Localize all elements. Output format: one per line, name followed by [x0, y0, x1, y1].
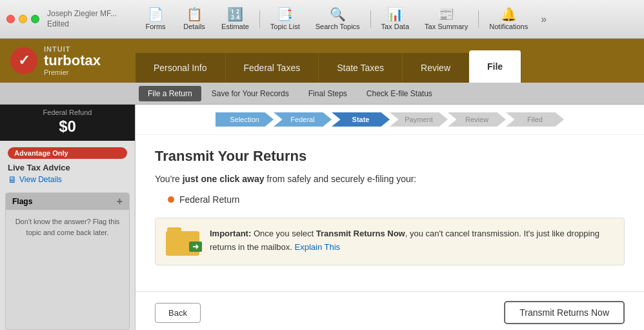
advantage-badge: Advantage Only	[8, 147, 127, 159]
topic-list-icon: 📑	[277, 8, 293, 21]
toolbar-tax-data[interactable]: 📊 Tax Data	[374, 5, 417, 33]
intro-highlight: just one click away	[183, 174, 265, 184]
flags-add-button[interactable]: +	[117, 196, 123, 207]
bottom-bar: Back Transmit Returns Now	[136, 291, 644, 330]
nav-tabs: Personal Info Federal Taxes State Taxes …	[136, 39, 644, 83]
subnav-file-a-return[interactable]: File a Return	[139, 86, 201, 101]
intro-text: You're just one click away from safely a…	[155, 174, 625, 184]
subnav-final-steps[interactable]: Final Steps	[299, 86, 356, 101]
close-button[interactable]	[6, 15, 15, 23]
step-selection: Selection	[216, 112, 274, 127]
notifications-icon: 🔔	[501, 8, 517, 21]
window-controls[interactable]	[6, 15, 39, 23]
refund-label: Federal Refund	[6, 108, 128, 116]
toolbar-search-topics[interactable]: 🔍 Search Topics	[308, 5, 368, 33]
subnav-check-efile[interactable]: Check E-file Status	[357, 86, 441, 101]
details-icon: 📋	[186, 8, 203, 21]
tab-file[interactable]: File	[469, 50, 521, 83]
content-area: Selection Federal State Payment Review F…	[136, 105, 644, 330]
refund-amount: $0	[6, 118, 128, 136]
brand-bar: intuit turbotax Premier Personal Info Fe…	[0, 39, 644, 83]
important-text: Important: Once you select Transmit Retu…	[210, 227, 614, 254]
toolbar-details[interactable]: 📋 Details	[175, 5, 214, 33]
important-box: ➜ Important: Once you select Transmit Re…	[155, 218, 625, 265]
transmit-button[interactable]: Transmit Returns Now	[504, 301, 625, 324]
step-review: Review	[448, 112, 506, 127]
brand-text: intuit turbotax Premier	[44, 45, 101, 76]
main-content: Transmit Your Returns You're just one cl…	[136, 135, 644, 291]
advice-title: Live Tax Advice	[8, 163, 127, 172]
back-button[interactable]: Back	[155, 303, 201, 323]
toolbar-separator-1	[259, 10, 260, 28]
toolbar-forms[interactable]: 📄 Forms	[136, 5, 175, 33]
list-item: Federal Return	[168, 194, 625, 205]
maximize-button[interactable]	[31, 15, 39, 23]
return-list: Federal Return	[168, 194, 625, 205]
progress-area: Selection Federal State Payment Review F…	[136, 105, 644, 135]
search-topics-icon: 🔍	[330, 8, 346, 21]
brand-logo: intuit turbotax Premier	[0, 39, 136, 83]
transmit-highlight: Transmit Returns Now	[316, 229, 405, 238]
page-title: Transmit Your Returns	[155, 148, 625, 165]
flags-header: Flags +	[6, 193, 129, 210]
progress-steps: Selection Federal State Payment Review F…	[155, 112, 625, 127]
flags-title: Flags	[12, 197, 32, 206]
bullet-icon	[168, 196, 174, 203]
view-details-link[interactable]: 🖥 View Details	[8, 174, 127, 185]
toolbar: 📄 Forms 📋 Details 🔢 Estimate 📑 Topic Lis…	[136, 5, 638, 33]
step-state: State	[332, 112, 390, 127]
step-payment: Payment	[390, 112, 448, 127]
intuit-checkmark	[10, 47, 37, 74]
toolbar-estimate[interactable]: 🔢 Estimate	[214, 5, 257, 33]
explain-this-link[interactable]: Explain This	[295, 242, 341, 252]
toolbar-topic-list[interactable]: 📑 Topic List	[263, 5, 308, 33]
sidebar: Federal Refund $0 Advantage Only Live Ta…	[0, 105, 136, 330]
app-title: Joseph Ziegler MF... Edited	[47, 9, 117, 29]
folder-icon: ➜	[166, 227, 199, 256]
toolbar-separator-3	[478, 10, 479, 28]
tab-review[interactable]: Review	[403, 53, 469, 83]
estimate-icon: 🔢	[227, 8, 243, 21]
tab-state-taxes[interactable]: State Taxes	[319, 53, 403, 83]
folder-arrow-icon: ➜	[189, 242, 202, 252]
step-federal: Federal	[274, 112, 332, 127]
forms-icon: 📄	[148, 8, 164, 21]
live-tax-advice: Live Tax Advice 🖥 View Details	[0, 163, 135, 185]
minimize-button[interactable]	[19, 15, 27, 23]
sub-navigation: File a Return Save for Your Records Fina…	[0, 83, 644, 105]
refund-box: Federal Refund $0	[0, 105, 135, 141]
flags-section: Flags + Don't know the answer? Flag this…	[5, 192, 130, 330]
toolbar-separator-2	[370, 10, 371, 28]
main-layout: Federal Refund $0 Advantage Only Live Ta…	[0, 105, 644, 330]
monitor-icon: 🖥	[8, 174, 17, 185]
tab-federal-taxes[interactable]: Federal Taxes	[226, 53, 319, 83]
toolbar-tax-summary[interactable]: 📰 Tax Summary	[417, 5, 476, 33]
tax-summary-icon: 📰	[438, 8, 454, 21]
toolbar-notifications[interactable]: 🔔 Notifications	[481, 5, 536, 33]
important-label: Important:	[210, 229, 251, 238]
tax-data-icon: 📊	[387, 8, 403, 21]
tab-personal-info[interactable]: Personal Info	[136, 53, 226, 83]
flags-content: Don't know the answer? Flag this topic a…	[6, 210, 129, 244]
title-bar: Joseph Ziegler MF... Edited 📄 Forms 📋 De…	[0, 0, 644, 39]
step-filed: Filed	[506, 112, 564, 127]
toolbar-more[interactable]: »	[536, 5, 552, 33]
subnav-save-records[interactable]: Save for Your Records	[203, 86, 298, 101]
